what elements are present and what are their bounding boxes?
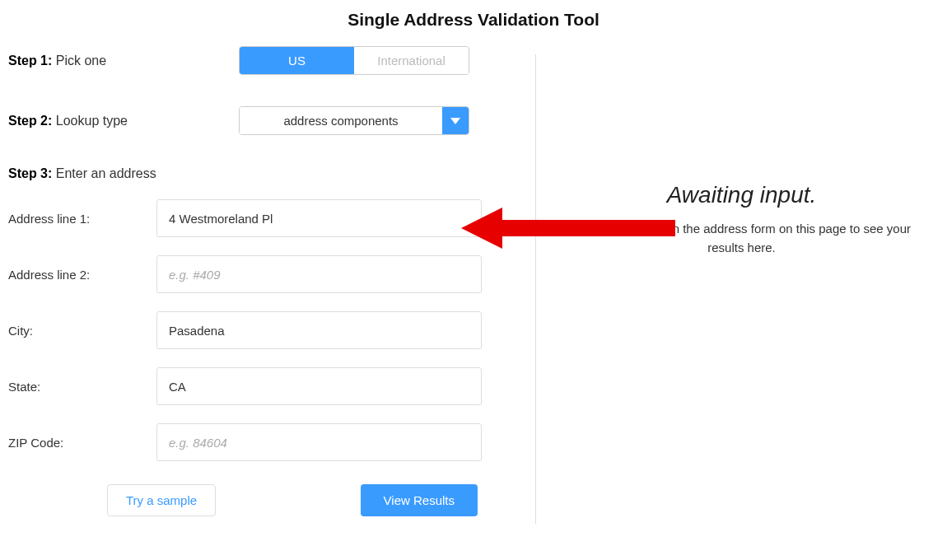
label-line1: Address line 1:: [8, 212, 156, 226]
input-state[interactable]: [156, 367, 482, 405]
view-results-button[interactable]: View Results: [361, 484, 478, 516]
label-city: City:: [8, 324, 156, 338]
form-panel: Step 1: Pick one US International Step 2…: [0, 38, 535, 557]
toggle-us[interactable]: US: [240, 47, 354, 74]
page-title: Single Address Validation Tool: [0, 0, 947, 30]
chevron-down-icon[interactable]: [442, 107, 469, 134]
step1-label: Step 1: Pick one: [8, 54, 239, 68]
input-address-line1[interactable]: [156, 199, 482, 237]
step2-label-text: Lookup type: [56, 114, 128, 128]
svg-marker-0: [450, 118, 460, 124]
awaiting-text: Enter an address in the address form on …: [569, 220, 914, 257]
lookup-type-select[interactable]: address components: [239, 106, 469, 135]
step3-label-text: Enter an address: [56, 166, 156, 180]
label-zip: ZIP Code:: [8, 436, 156, 450]
step3-label: Step 3: Enter an address: [8, 166, 535, 181]
label-state: State:: [8, 380, 156, 394]
field-row-city: City:: [8, 311, 535, 349]
step2-row: Step 2: Lookup type address components: [8, 106, 535, 135]
step3-label-bold: Step 3:: [8, 166, 56, 180]
input-city[interactable]: [156, 311, 482, 349]
button-row: Try a sample View Results: [8, 484, 478, 516]
step2-label: Step 2: Lookup type: [8, 114, 239, 128]
input-zip[interactable]: [156, 423, 482, 461]
step1-label-bold: Step 1:: [8, 54, 56, 68]
field-row-line1: Address line 1:: [8, 199, 535, 237]
try-sample-button[interactable]: Try a sample: [107, 484, 216, 516]
step1-row: Step 1: Pick one US International: [8, 46, 535, 75]
input-address-line2[interactable]: [156, 255, 482, 293]
results-panel: Awaiting input. Enter an address in the …: [536, 38, 947, 557]
step1-label-text: Pick one: [56, 54, 106, 68]
label-line2: Address line 2:: [8, 268, 156, 282]
toggle-international[interactable]: International: [354, 47, 469, 74]
field-row-zip: ZIP Code:: [8, 423, 535, 461]
step2-label-bold: Step 2:: [8, 114, 56, 128]
country-toggle: US International: [239, 46, 469, 75]
field-row-line2: Address line 2:: [8, 255, 535, 293]
field-row-state: State:: [8, 367, 535, 405]
lookup-type-selected[interactable]: address components: [240, 107, 442, 134]
awaiting-title: Awaiting input.: [569, 182, 914, 208]
